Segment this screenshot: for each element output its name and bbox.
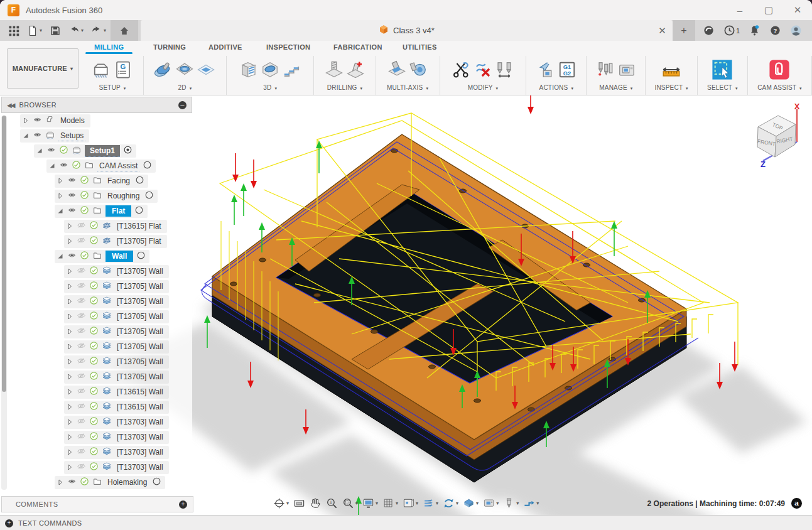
cam-assist-icon[interactable]: [769, 59, 790, 83]
adaptive3d-icon[interactable]: [239, 60, 258, 82]
collapse-arrow-icon[interactable]: [21, 117, 30, 124]
expanded-arrow-icon[interactable]: [56, 207, 64, 215]
tree-item-label[interactable]: [T13703] Wall: [115, 462, 165, 472]
visibility-off-icon[interactable]: [77, 341, 86, 352]
view-cube[interactable]: X Z TOP FRONT RIGHT: [747, 103, 807, 173]
group-dropdown-select[interactable]: SELECT ▾: [707, 84, 738, 95]
visibility-on-icon[interactable]: [67, 205, 77, 217]
ribbon-tab-additive[interactable]: ADDITIVE: [208, 43, 242, 51]
visibility-on-icon[interactable]: [67, 477, 77, 488]
tree-item-label[interactable]: CAM Assist: [97, 161, 139, 171]
visibility-off-icon[interactable]: [77, 401, 86, 413]
group-dropdown-drilling[interactable]: DRILLING ▾: [327, 84, 362, 95]
measure-icon[interactable]: [661, 59, 682, 83]
visibility-off-icon[interactable]: [77, 266, 86, 277]
tree-item-label[interactable]: [T13703] Wall: [115, 417, 165, 427]
tree-row-t13705-wall[interactable]: [T13705] Wall: [1, 279, 192, 294]
new-tab-button[interactable]: +: [673, 20, 695, 41]
tree-item-label[interactable]: [T13705] Wall: [115, 327, 165, 337]
tree-item-label[interactable]: Setups: [58, 131, 85, 141]
dropdown-caret-icon[interactable]: ▾: [286, 500, 289, 506]
pocket3d-icon[interactable]: [261, 60, 279, 82]
visibility-off-icon[interactable]: [77, 431, 86, 443]
machine-library-icon[interactable]: [617, 60, 636, 82]
collapse-arrow-icon[interactable]: [65, 448, 73, 456]
select-operations-circle-icon[interactable]: [143, 160, 152, 171]
tree-item-label[interactable]: Flat: [106, 205, 131, 217]
tree-item-label[interactable]: Roughing: [106, 191, 141, 201]
tool-button[interactable]: ▾: [502, 497, 520, 510]
tree-row-t13703-wall[interactable]: [T13703] Wall: [1, 414, 192, 430]
group-dropdown-actions[interactable]: ACTIONS ▾: [539, 84, 574, 95]
look-at-button[interactable]: [292, 497, 306, 510]
file-new-button[interactable]: ▾: [24, 22, 45, 40]
zoom-button[interactable]: ±: [325, 497, 339, 510]
document-tab[interactable]: Class 3 v4* ✕: [141, 20, 673, 41]
visibility-on-icon[interactable]: [67, 175, 77, 187]
visibility-off-icon[interactable]: [77, 462, 86, 473]
tree-item-label[interactable]: [T13705] Wall: [115, 372, 165, 382]
browser-scrollbar[interactable]: [1, 116, 7, 490]
tool-gap-icon[interactable]: [495, 60, 514, 82]
swarf-icon[interactable]: [387, 60, 406, 82]
visibility-off-icon[interactable]: [77, 356, 86, 367]
visibility-off-icon[interactable]: [77, 371, 86, 382]
add-comment-icon[interactable]: +: [179, 500, 187, 509]
trim-icon[interactable]: [452, 60, 471, 82]
in-process-button[interactable]: ▾: [482, 497, 500, 510]
collapse-arrow-icon[interactable]: [65, 313, 73, 320]
dropdown-caret-icon[interactable]: ▾: [476, 500, 479, 506]
tree-row-t13615-wall[interactable]: [T13615] Wall: [1, 399, 192, 414]
tree-item-label[interactable]: [T13703] Wall: [115, 432, 165, 442]
tree-row-facing[interactable]: Facing: [1, 173, 192, 188]
dropdown-caret-icon[interactable]: ▾: [536, 500, 539, 506]
tree-row-t13705-wall[interactable]: [T13705] Wall: [1, 294, 192, 309]
close-button[interactable]: ✕: [783, 0, 812, 20]
tree-row-setup1[interactable]: Setup1: [1, 143, 192, 158]
viewport-canvas[interactable]: X Z TOP FRONT RIGHT ◀◀ BROWSER –: [0, 95, 812, 530]
ribbon-tab-milling[interactable]: MILLING: [94, 43, 124, 51]
viewports-button[interactable]: ▾: [401, 497, 420, 510]
tree-item-label[interactable]: Holemaking: [106, 477, 149, 487]
tree-row-holemaking[interactable]: Holemaking: [1, 475, 192, 490]
collapse-arrow-icon[interactable]: [65, 222, 73, 230]
collapse-arrow-icon[interactable]: [65, 373, 73, 381]
tree-item-label[interactable]: [T13703] Wall: [115, 447, 165, 457]
workspace-switcher[interactable]: MANUFACTURE ▾: [7, 48, 78, 89]
tree-row-t13705-wall[interactable]: [T13705] Wall: [1, 354, 192, 369]
tree-row-flat[interactable]: Flat: [1, 203, 192, 219]
expand-text-commands-icon[interactable]: +: [5, 519, 13, 527]
collapse-arrow-icon[interactable]: [56, 177, 64, 185]
tree-row-t13703-wall[interactable]: [T13703] Wall: [1, 430, 192, 445]
tree-row-t13703-wall[interactable]: [T13703] Wall: [1, 460, 192, 475]
tree-item-label[interactable]: Facing: [106, 176, 132, 186]
drill-icon[interactable]: [325, 60, 344, 82]
tree-row-t13705-wall[interactable]: [T13705] Wall: [1, 309, 192, 324]
dropdown-caret-icon[interactable]: ▾: [516, 500, 519, 506]
minimize-button[interactable]: –: [725, 0, 754, 20]
dropdown-caret-icon[interactable]: ▾: [355, 500, 358, 506]
tree-item-label[interactable]: [T13705] Wall: [115, 311, 165, 322]
visibility-on-icon[interactable]: [46, 145, 56, 156]
group-dropdown-setup[interactable]: SETUP ▾: [99, 84, 126, 95]
comments-panel[interactable]: COMMENTS +: [1, 496, 193, 512]
visibility-on-icon[interactable]: [59, 160, 68, 171]
visibility-off-icon[interactable]: [77, 311, 86, 322]
visibility-on-icon[interactable]: [33, 130, 42, 141]
visibility-off-icon[interactable]: [77, 446, 86, 458]
save-button[interactable]: [46, 22, 64, 40]
ribbon-tab-turning[interactable]: TURNING: [153, 43, 186, 51]
group-dropdown-inspect[interactable]: INSPECT ▾: [654, 84, 688, 95]
group-dropdown-3d[interactable]: 3D ▾: [263, 84, 277, 95]
nc-program-icon[interactable]: G: [114, 60, 133, 82]
notifications-icon[interactable]: [749, 24, 761, 36]
collapse-arrow-icon[interactable]: [56, 479, 64, 486]
visibility-on-icon[interactable]: [33, 115, 42, 126]
tree-row-t13615-flat[interactable]: [T13615] Flat: [1, 219, 192, 234]
tree-row-t13705-wall[interactable]: [T13705] Wall: [1, 264, 192, 279]
maximize-button[interactable]: ▢: [754, 0, 783, 20]
select-operations-circle-icon[interactable]: [135, 175, 144, 187]
passes-button[interactable]: ▾: [421, 497, 440, 510]
contour2d-icon[interactable]: [197, 60, 215, 82]
visibility-off-icon[interactable]: [77, 220, 86, 232]
